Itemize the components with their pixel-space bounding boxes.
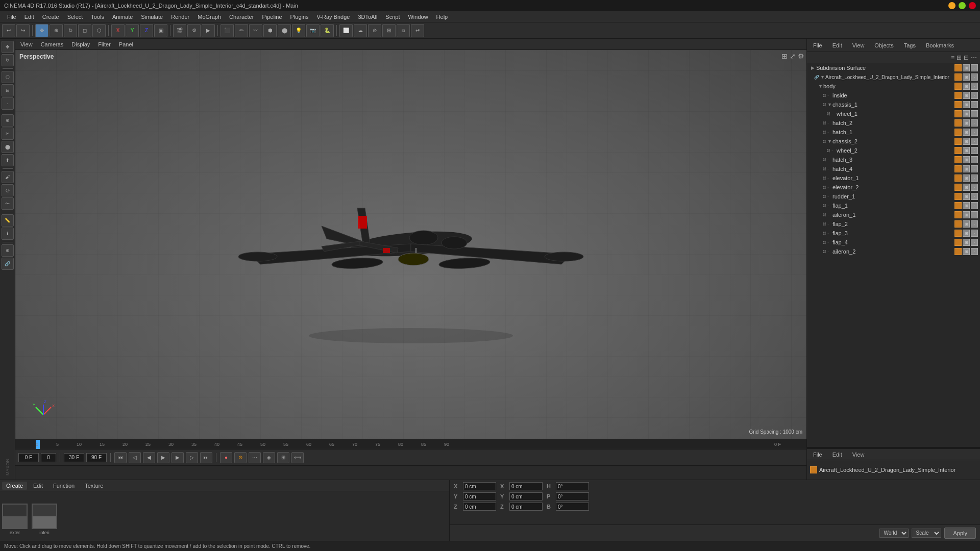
- b-input[interactable]: [556, 503, 589, 511]
- effector-tool[interactable]: ⬤: [278, 24, 291, 37]
- menu-help[interactable]: Help: [432, 13, 452, 21]
- menu-file[interactable]: File: [3, 13, 20, 21]
- paint-tool[interactable]: ✏: [235, 24, 248, 37]
- tool-extrude[interactable]: ⬆: [2, 154, 14, 166]
- motion-path-button[interactable]: ⋯: [249, 452, 261, 463]
- menu-script[interactable]: Script: [381, 13, 404, 21]
- z-axis[interactable]: Z: [140, 24, 153, 37]
- scale-tool[interactable]: ⊕: [50, 24, 63, 37]
- vp-display-menu[interactable]: Display: [69, 41, 92, 48]
- object-tree[interactable]: ▶ Subdivision Surface ⊞ · 🔗 ▼ Aircraft_L…: [807, 63, 980, 447]
- apply-button[interactable]: Apply: [944, 528, 976, 539]
- om-bookmarks-button[interactable]: Bookmarks: [923, 42, 957, 49]
- redo-button[interactable]: ↪: [16, 24, 30, 37]
- material-swatch-exterior[interactable]: exter: [2, 504, 28, 529]
- camera-tool[interactable]: 📷: [306, 24, 320, 37]
- om-file-button[interactable]: File: [810, 42, 825, 49]
- x-input[interactable]: [463, 482, 496, 490]
- render-active[interactable]: ▶: [202, 24, 215, 37]
- tool-edge[interactable]: ⊟: [2, 84, 14, 96]
- tree-item-flap-3[interactable]: ⛓ · flap_3 ⊞ ·: [807, 229, 980, 238]
- floor-tool[interactable]: ⬜: [339, 24, 353, 37]
- bend-tool[interactable]: ↫: [411, 24, 424, 37]
- menu-tools[interactable]: Tools: [87, 13, 108, 21]
- move-tool[interactable]: ✥: [35, 24, 48, 37]
- tool-bridge[interactable]: ⬤: [2, 141, 14, 153]
- tree-item-elevator-2[interactable]: ⛓ · elevator_2 ⊞ ·: [807, 183, 980, 192]
- start-frame-input[interactable]: [18, 453, 39, 462]
- tool-knife[interactable]: ✂: [2, 128, 14, 140]
- spline-tool[interactable]: 〰: [249, 24, 262, 37]
- next-frame-button[interactable]: ▷: [186, 452, 198, 463]
- y2-input[interactable]: [509, 492, 543, 500]
- om-toolbar-icon-1[interactable]: ≡: [951, 54, 954, 61]
- tool-poly[interactable]: ⬡: [2, 71, 14, 83]
- mat-tab-texture[interactable]: Texture: [81, 482, 107, 490]
- tree-item-wheel-1[interactable]: ⛓ · wheel_1 ⊞ ·: [807, 109, 980, 118]
- symmetry-tool[interactable]: ⧈: [397, 24, 410, 37]
- fps-input[interactable]: [64, 453, 84, 462]
- menu-3dtoall[interactable]: 3DToAll: [354, 13, 381, 21]
- minimize-button[interactable]: [948, 2, 955, 9]
- menu-vray[interactable]: V-Ray Bridge: [313, 13, 354, 21]
- h-input[interactable]: [556, 482, 589, 490]
- menu-plugins[interactable]: Plugins: [286, 13, 313, 21]
- boole-tool[interactable]: ⊘: [368, 24, 381, 37]
- select-all[interactable]: ◻: [78, 24, 91, 37]
- light-tool[interactable]: 💡: [292, 24, 305, 37]
- menu-animate[interactable]: Animate: [108, 13, 137, 21]
- tool-axis[interactable]: ⊕: [2, 244, 14, 257]
- current-frame-input[interactable]: [41, 453, 56, 462]
- om-tags-button[interactable]: Tags: [901, 42, 919, 49]
- go-start-button[interactable]: ⏮: [114, 452, 127, 463]
- tool-rotate[interactable]: ↻: [2, 54, 14, 66]
- menu-select[interactable]: Select: [63, 13, 87, 21]
- timeline-settings[interactable]: ⊞: [277, 452, 289, 463]
- attr-view-button[interactable]: View: [849, 451, 868, 458]
- close-button[interactable]: [969, 2, 976, 9]
- render-view[interactable]: 🎬: [173, 24, 186, 37]
- viewport-fullscreen-icon[interactable]: ⤢: [790, 52, 796, 60]
- tree-item-chassis-1[interactable]: ⛓ ▼ chassis_1 ⊞ ·: [807, 100, 980, 109]
- vp-view-menu[interactable]: View: [18, 41, 35, 48]
- transform-mode-select[interactable]: Scale Move Rotate: [912, 529, 941, 538]
- tree-item-flap-2[interactable]: ⛓ · flap_2 ⊞ ·: [807, 219, 980, 229]
- python-tool[interactable]: 🐍: [321, 24, 334, 37]
- render-settings[interactable]: ⚙: [187, 24, 201, 37]
- tree-item-body[interactable]: ▼ body ⊞ ·: [807, 82, 980, 91]
- sky-tool[interactable]: ☁: [354, 24, 367, 37]
- viewport[interactable]: X Y Z Perspective Grid Spacing : 1000 cm…: [15, 50, 806, 439]
- auto-key-button[interactable]: ⊙: [234, 452, 247, 463]
- tool-smooth[interactable]: 〜: [2, 197, 14, 210]
- om-view-button[interactable]: View: [849, 42, 868, 49]
- tool-info[interactable]: ℹ: [2, 228, 14, 240]
- tree-item-aileron-2[interactable]: ⛓ · aileron_2 ⊞ ·: [807, 247, 980, 256]
- attr-file-button[interactable]: File: [810, 451, 825, 458]
- tree-item-hatch-1[interactable]: ⛓ · hatch_1 ⊞ ·: [807, 128, 980, 137]
- vp-filter-menu[interactable]: Filter: [96, 41, 112, 48]
- om-toolbar-icon-2[interactable]: ⊞: [957, 54, 962, 61]
- object-mode[interactable]: ▣: [154, 24, 167, 37]
- next-keyframe-button[interactable]: ▶: [172, 452, 184, 463]
- material-swatch-interior[interactable]: interi: [32, 504, 57, 529]
- tree-item-hatch-3[interactable]: ⛓ · hatch_3 ⊞ ·: [807, 155, 980, 164]
- menu-pipeline[interactable]: Pipeline: [258, 13, 286, 21]
- p-input[interactable]: [556, 492, 589, 500]
- tool-measure[interactable]: 📏: [2, 214, 14, 227]
- tool-move[interactable]: ✥: [2, 41, 14, 53]
- key-all-button[interactable]: ◈: [263, 452, 275, 463]
- tree-item-inside[interactable]: ⛓ · inside ⊞ ·: [807, 91, 980, 100]
- tool-sculpt[interactable]: ◎: [2, 184, 14, 196]
- mat-tab-function[interactable]: Function: [49, 482, 79, 490]
- y-axis[interactable]: Y: [126, 24, 139, 37]
- om-toolbar-icon-4[interactable]: ⋯: [971, 54, 977, 61]
- deform-tool[interactable]: ⬢: [263, 24, 277, 37]
- record-button[interactable]: ●: [220, 452, 232, 463]
- x-axis[interactable]: X: [111, 24, 125, 37]
- viewport-layout-icon[interactable]: ⊞: [781, 52, 788, 60]
- go-end-button[interactable]: ⏭: [200, 452, 212, 463]
- tree-item-flap-4[interactable]: ⛓ · flap_4 ⊞ ·: [807, 238, 980, 247]
- z-input[interactable]: [463, 503, 496, 511]
- tree-item-aileron-1[interactable]: ⛓ · aileron_1 ⊞ ·: [807, 210, 980, 219]
- menu-mograph[interactable]: MoGraph: [193, 13, 225, 21]
